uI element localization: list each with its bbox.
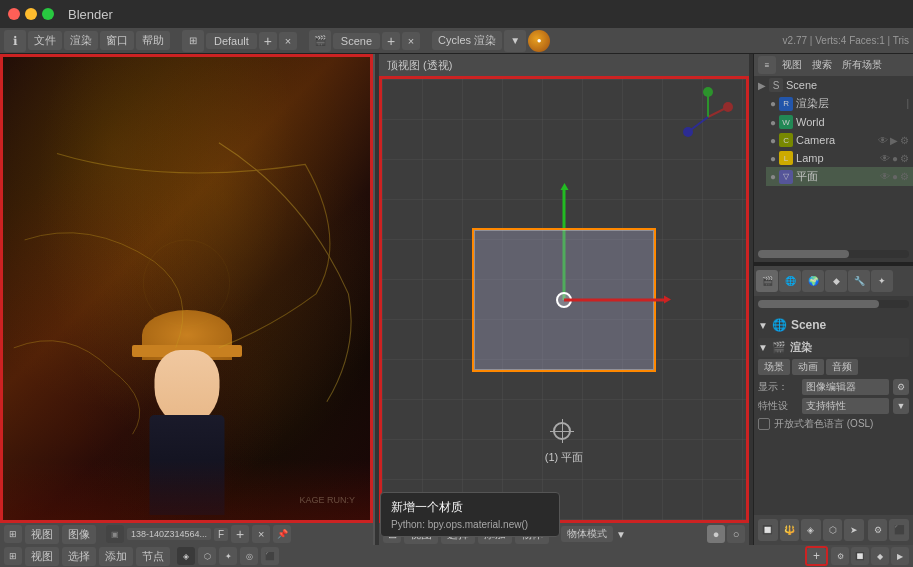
- outliner-item-renderlayer[interactable]: ● R 渲染层 |: [766, 94, 913, 113]
- props-tab-object[interactable]: ◆: [825, 270, 847, 292]
- window-menu[interactable]: 窗口: [100, 31, 134, 50]
- image-remove-button[interactable]: ×: [252, 525, 270, 543]
- props-tab-modifier[interactable]: 🔧: [848, 270, 870, 292]
- image-editor-icon[interactable]: ⊞: [4, 525, 22, 543]
- viewport-panel: 顶视图 (透视): [379, 54, 749, 545]
- workspace-selector[interactable]: Default: [206, 33, 257, 49]
- image-pin-button[interactable]: 📌: [273, 525, 291, 543]
- info-button[interactable]: ℹ: [4, 30, 26, 52]
- right-panel: ≡ 视图 搜索 所有场景 ▶ S Scene ● R 渲染层 |: [753, 54, 913, 545]
- minimize-button[interactable]: [25, 8, 37, 20]
- node-add-menu[interactable]: 添加: [99, 547, 133, 566]
- 3d-viewport[interactable]: (1) 平面: [379, 76, 749, 523]
- node-right-icon-3[interactable]: ◆: [871, 547, 889, 565]
- object-mode-selector[interactable]: 物体模式: [561, 526, 613, 542]
- props-scrollbar[interactable]: [754, 296, 913, 312]
- outliner-item-world[interactable]: ● W World: [766, 113, 913, 131]
- engine-arrow[interactable]: ▼: [504, 30, 526, 52]
- x-axis-arrow: [664, 296, 671, 304]
- props-tab-particles[interactable]: ✦: [871, 270, 893, 292]
- bottom-icon-6[interactable]: ⚙: [868, 519, 888, 541]
- watermark: KAGE RUN:Y: [299, 495, 355, 505]
- scene-icon-btn[interactable]: 🎬: [309, 30, 331, 52]
- node-icon-4[interactable]: ◎: [240, 547, 258, 565]
- props-tab-world[interactable]: 🌍: [802, 270, 824, 292]
- display-settings-btn[interactable]: ⚙: [893, 379, 909, 395]
- image-add-button[interactable]: +: [231, 525, 249, 543]
- bottom-icon-1[interactable]: 🔲: [758, 519, 778, 541]
- node-right-icon-1[interactable]: ⚙: [831, 547, 849, 565]
- feature-value[interactable]: 支持特性: [802, 398, 889, 414]
- animation-tab[interactable]: 动画: [792, 359, 824, 375]
- scene-selector[interactable]: Scene: [333, 33, 380, 49]
- workspace-add-button[interactable]: +: [259, 32, 277, 50]
- scene-props-header: ▼ 🌐 Scene: [758, 316, 909, 334]
- outliner-item-plane[interactable]: ● ▽ 平面 👁 ● ⚙: [766, 167, 913, 186]
- display-value[interactable]: 图像编辑器: [802, 379, 889, 395]
- scene-remove-button[interactable]: ×: [402, 32, 420, 50]
- render-section-label: 渲染: [790, 340, 812, 355]
- maximize-button[interactable]: [42, 8, 54, 20]
- render-tab[interactable]: 场景: [758, 359, 790, 375]
- node-select-menu[interactable]: 选择: [62, 547, 96, 566]
- osl-checkbox[interactable]: [758, 418, 770, 430]
- close-button[interactable]: [8, 8, 20, 20]
- image-canvas: KAGE RUN:Y: [3, 57, 370, 520]
- node-editor-icon[interactable]: ⊞: [4, 547, 22, 565]
- add-material-button[interactable]: +: [807, 548, 826, 564]
- mode-arrow[interactable]: ▼: [616, 529, 626, 540]
- viewport-shading-solid[interactable]: ●: [707, 525, 725, 543]
- props-tab-render[interactable]: 🎬: [756, 270, 778, 292]
- help-menu[interactable]: 帮助: [136, 31, 170, 50]
- outliner-item-lamp[interactable]: ● L Lamp 👁 ● ⚙: [766, 149, 913, 167]
- x-axis: [564, 298, 664, 301]
- node-node-menu[interactable]: 节点: [136, 547, 170, 566]
- image-filename[interactable]: 138-140Z314564...: [127, 528, 211, 540]
- bottom-icon-5[interactable]: ➤: [844, 519, 864, 541]
- scene-add-button[interactable]: +: [382, 32, 400, 50]
- render-menu[interactable]: 渲染: [64, 31, 98, 50]
- audio-tab[interactable]: 音频: [826, 359, 858, 375]
- node-view-menu[interactable]: 视图: [25, 547, 59, 566]
- outliner-icon[interactable]: ≡: [758, 56, 776, 74]
- render-engine-selector[interactable]: Cycles 渲染: [432, 31, 502, 50]
- file-menu[interactable]: 文件: [28, 31, 62, 50]
- outliner-scrollbar[interactable]: [754, 246, 913, 262]
- lamp-label: Lamp: [796, 152, 824, 164]
- feature-arrow[interactable]: ▼: [893, 398, 909, 414]
- outliner-item-camera[interactable]: ● C Camera 👁 ▶ ⚙: [766, 131, 913, 149]
- renderlayer-label: 渲染层: [796, 96, 829, 111]
- image-view[interactable]: KAGE RUN:Y: [0, 54, 373, 523]
- outliner-view-tab[interactable]: 视图: [778, 56, 806, 74]
- node-right-icon-4[interactable]: ▶: [891, 547, 909, 565]
- workspace-grid-icon[interactable]: ⊞: [182, 30, 204, 52]
- viewport-shading-wire[interactable]: ○: [727, 525, 745, 543]
- props-bottom-icons: 🔲 🔱 ◈ ⬡ ➤ ⚙ ⬛: [754, 515, 913, 545]
- bottom-icon-7[interactable]: ⬛: [889, 519, 909, 541]
- node-right-icon-2[interactable]: 🔲: [851, 547, 869, 565]
- outliner-item-scene[interactable]: ▶ S Scene: [754, 76, 913, 94]
- bottom-icon-4[interactable]: ⬡: [823, 519, 843, 541]
- image-thumb[interactable]: ▣: [106, 525, 124, 543]
- nav-gizmo[interactable]: [678, 87, 738, 147]
- outliner-tree: ▶ S Scene ● R 渲染层 | ● W World: [754, 76, 913, 246]
- bottom-icon-2[interactable]: 🔱: [780, 519, 800, 541]
- node-editor-bar: ⊞ 视图 选择 添加 节点 ◈ ⬡ ✦ ◎ ⬛ + ⚙ 🔲 ◆ ▶: [0, 545, 913, 567]
- node-icon-5[interactable]: ⬛: [261, 547, 279, 565]
- node-icon-3[interactable]: ✦: [219, 547, 237, 565]
- image-view-menu[interactable]: 视图: [25, 525, 59, 544]
- node-icon-2[interactable]: ⬡: [198, 547, 216, 565]
- node-icon-1[interactable]: ◈: [177, 547, 195, 565]
- bottom-icon-3[interactable]: ◈: [801, 519, 821, 541]
- render-section-header[interactable]: ▼ 🎬 渲染: [758, 338, 909, 357]
- 3d-cursor[interactable]: [553, 422, 571, 440]
- viewport-header: 顶视图 (透视): [379, 54, 749, 76]
- outliner-scenes-tab[interactable]: 所有场景: [838, 56, 886, 74]
- image-menu[interactable]: 图像: [62, 525, 96, 544]
- props-tab-scene[interactable]: 🌐: [779, 270, 801, 292]
- outliner-search-tab[interactable]: 搜索: [808, 56, 836, 74]
- workspace-remove-button[interactable]: ×: [279, 32, 297, 50]
- f-button[interactable]: F: [214, 528, 228, 541]
- plane-object[interactable]: [474, 230, 654, 370]
- svg-point-0: [143, 240, 229, 326]
